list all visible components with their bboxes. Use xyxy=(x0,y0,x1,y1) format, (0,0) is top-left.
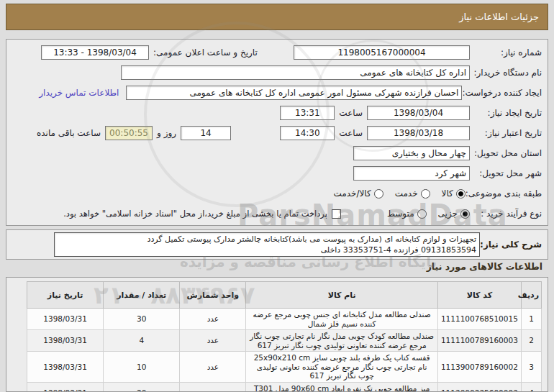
remaining-group: 14 روز و 00:50:55 ساعت باقی مانده xyxy=(32,126,231,140)
announce-datetime-field[interactable]: 1398/03/04 - 13:33 xyxy=(41,45,149,60)
province-row: استان محل تحویل: چهار محال و بختیاری xyxy=(6,143,548,163)
need-date: 1398/03/31 xyxy=(27,330,104,352)
creator-row: ایجاد کننده درخواست: احسان فرازنده شهرکی… xyxy=(6,83,548,103)
table-row[interactable]: 31113900789160002قفسه کتاب یک طرفه بلند … xyxy=(27,352,542,383)
validity-time-label: ساعت xyxy=(339,128,363,138)
row-index: 2 xyxy=(521,330,541,352)
table-row[interactable]: 41112000325600002میز مطالعه چوبی تک نفره… xyxy=(27,382,542,392)
remaining-days-field[interactable]: 14 xyxy=(181,126,231,140)
province-field[interactable]: چهار محال و بختیاری xyxy=(353,146,470,160)
row-index: 1 xyxy=(521,309,541,330)
goods-panel: ردیفکد کالانام کالاواحد شمارشتعداد / مقد… xyxy=(6,277,548,392)
process-type-row: نوع فرآیند خرید : جزیی متوسط پرداخت تمام… xyxy=(6,204,548,224)
classification-row: طبقه بندی موضوعی: کالا خدمت کالا/خدمت xyxy=(6,183,548,204)
announce-group: تاریخ و ساعت اعلان عمومی: 1398/03/04 - 1… xyxy=(41,45,262,60)
table-row[interactable]: 11111100768510015صندلی مطالعه مدل کتابخا… xyxy=(27,309,542,330)
column-header: تاریخ نیاز xyxy=(27,282,104,309)
announce-label: تاریخ و ساعت اعلان عمومی: xyxy=(153,47,258,58)
process-type-label: نوع فرآیند خرید : xyxy=(470,209,542,219)
buyer-org-label: نام دستگاه خریدار: xyxy=(470,68,542,78)
validity-time-field[interactable]: 14:30 xyxy=(280,126,335,140)
page-header: جزئیات اطلاعات نیاز xyxy=(6,4,548,30)
radio-goods-service[interactable] xyxy=(374,189,383,199)
city-row: شهر محل تحویل: شهر کرد xyxy=(6,163,548,183)
column-header: نام کالا xyxy=(246,282,437,309)
quantity: 4 xyxy=(104,330,180,352)
unit: عدد xyxy=(180,309,246,330)
quantity: 30 xyxy=(104,382,180,392)
create-time-label: ساعت xyxy=(339,108,363,118)
goods-section-title: اطلاعات کالاهای مورد نیاز xyxy=(427,261,542,272)
create-date-field[interactable]: 1398/03/04 xyxy=(367,106,470,120)
radio-goods-service-label: کالا/خدمت xyxy=(333,188,371,199)
treasury-note: پرداخت تمام یا بخشی از مبلغ خرید،از محل … xyxy=(63,209,327,219)
column-header: ردیف xyxy=(521,282,541,309)
table-header-row: ردیفکد کالانام کالاواحد شمارشتعداد / مقد… xyxy=(27,282,542,309)
column-header: کد کالا xyxy=(437,282,521,309)
province-label: استان محل تحویل: xyxy=(470,148,542,158)
validity-date-row: تاریخ اعتبار نیاز: 1398/03/18 ساعت 14:30… xyxy=(6,123,548,143)
table-body: 11111100768510015صندلی مطالعه مدل کتابخا… xyxy=(27,309,542,392)
radio-goods[interactable] xyxy=(456,189,466,199)
quantity: 30 xyxy=(104,309,180,330)
column-header: تعداد / مقدار xyxy=(104,282,180,309)
days-label: روز و xyxy=(157,128,176,138)
unit: عدد xyxy=(180,382,246,392)
validity-date-field[interactable]: 1398/03/18 xyxy=(367,126,470,140)
radio-goods-label: کالا xyxy=(442,188,453,199)
radio-service-label: خدمت xyxy=(395,188,418,199)
create-time-field[interactable]: 13:31 xyxy=(280,106,335,120)
radio-medium[interactable] xyxy=(417,209,427,219)
treasury-checkbox[interactable] xyxy=(332,209,341,219)
buyer-org-field[interactable]: اداره کل کتابخانه های عمومی xyxy=(121,65,470,80)
item-code: 1111100789160003 xyxy=(437,330,521,352)
need-number-label: شماره نیاز: xyxy=(470,47,542,58)
need-details-page: جزئیات اطلاعات نیاز شماره نیاز: 11980051… xyxy=(0,0,554,392)
buyer-org-row: نام دستگاه خریدار: اداره کل کتابخانه های… xyxy=(6,63,548,83)
radio-service[interactable] xyxy=(421,189,430,199)
item-name: صندلی مطالعه مدل کتابخانه ای جنس چوبی مر… xyxy=(246,309,437,330)
need-date: 1398/03/31 xyxy=(27,352,104,383)
create-date-label: تاریخ ایجاد نیاز: xyxy=(470,108,542,118)
need-date: 1398/03/31 xyxy=(27,309,104,330)
need-number-field[interactable]: 1198005167000004 xyxy=(294,45,470,60)
goods-table: ردیفکد کالانام کالاواحد شمارشتعداد / مقد… xyxy=(27,281,542,392)
radio-minor-label: جزیی xyxy=(438,209,458,219)
item-code: 1111100768510015 xyxy=(437,309,521,330)
city-label: شهر محل تحویل: xyxy=(470,168,542,178)
item-code: 1113900789160002 xyxy=(437,352,521,383)
row-index: 4 xyxy=(521,382,541,392)
need-date: 1398/03/31 xyxy=(27,382,104,392)
radio-medium-label: متوسط xyxy=(387,209,414,219)
countdown-field: 00:50:55 xyxy=(105,126,153,140)
city-field[interactable]: شهر کرد xyxy=(353,166,470,181)
quantity: 10 xyxy=(104,352,180,383)
item-name: صندلی مطالعه کودک چوبی مدل نگار نام تجار… xyxy=(246,330,437,352)
unit: عدد xyxy=(180,352,246,383)
item-code: 1112000325600002 xyxy=(437,382,521,392)
item-name: میز مطالعه چوبی تک نفره ابعاد 90x60 cm م… xyxy=(246,382,437,392)
remaining-label: ساعت باقی مانده xyxy=(37,128,101,138)
need-info-panel: شماره نیاز: 1198005167000004 تاریخ و ساع… xyxy=(6,39,548,226)
radio-minor[interactable] xyxy=(460,209,470,219)
create-date-row: تاریخ ایجاد نیاز: 1398/03/04 ساعت 13:31 xyxy=(6,103,548,123)
validity-date-label: تاریخ اعتبار نیاز: xyxy=(470,128,542,138)
buyer-contact-link[interactable]: اطلاعات تماس خریدار xyxy=(39,88,119,98)
creator-field[interactable]: احسان فرازنده شهرکی مسئول امور عمومی ادا… xyxy=(126,86,462,100)
need-number-row: شماره نیاز: 1198005167000004 تاریخ و ساع… xyxy=(6,42,548,63)
creator-label: ایجاد کننده درخواست: xyxy=(462,88,542,98)
item-name: قفسه کتاب یک طرفه بلند چوبی سایز 25x90x2… xyxy=(246,352,437,383)
treasury-group: پرداخت تمام یا بخشی از مبلغ خرید،از محل … xyxy=(63,209,341,219)
page-title: جزئیات اطلاعات نیاز xyxy=(459,12,548,22)
description-textarea[interactable]: تجهیزات و لوازم کتابخانه ای (مدارک به پی… xyxy=(54,232,480,257)
table-row[interactable]: 21111100789160003صندلی مطالعه کودک چوبی … xyxy=(27,330,542,352)
description-panel: شرح کلی نیاز: تجهیزات و لوازم کتابخانه ا… xyxy=(6,229,548,260)
column-header: واحد شمارش xyxy=(180,282,246,309)
unit: عدد xyxy=(180,330,246,352)
classification-label: طبقه بندی موضوعی: xyxy=(466,188,542,199)
description-label: شرح کلی نیاز: xyxy=(480,240,542,250)
row-index: 3 xyxy=(521,352,541,383)
